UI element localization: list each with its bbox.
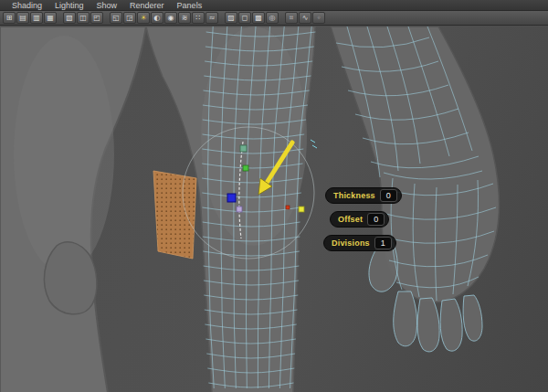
menu-shading[interactable]: Shading xyxy=(5,0,48,11)
toolbar-group-safe: ▧ ◫ ◰ xyxy=(63,12,104,24)
fog-icon[interactable]: ≈ xyxy=(206,12,218,24)
menu-show[interactable]: Show xyxy=(90,0,124,11)
manipulator-handle-lavender[interactable] xyxy=(237,207,242,212)
menu-panels[interactable]: Panels xyxy=(171,0,209,11)
finger-mesh xyxy=(440,299,462,351)
ambient-occlusion-icon[interactable]: ◉ xyxy=(164,12,177,24)
xray-icon[interactable]: ▨ xyxy=(225,12,237,24)
panel-toolbar: ⊞ ▤ ▥ ▦ ▧ ◫ ◰ ◱ ◲ ☀ ◐ ◉ ≋ ∷ ≈ ▨ ◻ ▩ ◎ ⌗ xyxy=(0,11,548,26)
isolate-select-icon[interactable]: ◎ xyxy=(266,12,279,24)
hud-divisions-field[interactable]: Divisions 1 xyxy=(323,235,396,251)
selected-faces-patch[interactable] xyxy=(153,171,196,259)
hud-thickness-field[interactable]: Thickness 0 xyxy=(325,187,402,204)
hud-thickness-value[interactable]: 0 xyxy=(380,189,397,202)
manipulator-tick-marks xyxy=(311,140,317,148)
manipulator-handle-blue[interactable] xyxy=(227,194,236,202)
hud-offset-label: Offset xyxy=(338,215,363,224)
finger-mesh xyxy=(394,291,417,346)
frame-selection-icon[interactable]: ◲ xyxy=(123,12,136,24)
frame-all-icon[interactable]: ◱ xyxy=(110,12,122,24)
safe-action-icon[interactable]: ◫ xyxy=(77,12,90,24)
finger-mesh xyxy=(463,295,482,341)
manipulator-handle-red[interactable] xyxy=(286,206,290,209)
resolution-gate-icon[interactable]: ▥ xyxy=(30,12,43,24)
toolbar-group-render: ◱ ◲ ☀ ◐ ◉ ≋ ∷ ≈ xyxy=(110,12,219,24)
hud-thickness-label: Thickness xyxy=(333,191,375,200)
hud-divisions-value[interactable]: 1 xyxy=(374,237,392,249)
gate-mask-icon[interactable]: ▦ xyxy=(44,12,57,24)
manipulator-handle-yellow[interactable] xyxy=(299,207,304,212)
hud-offset-field[interactable]: Offset 0 xyxy=(330,211,389,228)
shadows-icon[interactable]: ◐ xyxy=(151,12,163,24)
field-chart-icon[interactable]: ▧ xyxy=(63,12,76,24)
snap-point-icon[interactable]: ◦ xyxy=(312,12,325,24)
hud-offset-value[interactable]: 0 xyxy=(367,213,385,226)
toolbar-group-display: ▨ ◻ ▩ ◎ xyxy=(225,12,279,24)
film-gate-icon[interactable]: ▤ xyxy=(16,12,29,24)
textured-icon[interactable]: ▩ xyxy=(252,12,265,24)
menu-renderer[interactable]: Renderer xyxy=(123,0,171,11)
safe-title-icon[interactable]: ◰ xyxy=(90,12,103,24)
snap-curve-icon[interactable]: ∿ xyxy=(299,12,311,24)
snap-grid-icon[interactable]: ⌗ xyxy=(285,12,298,24)
wireframe-on-shaded-icon[interactable]: ◻ xyxy=(238,12,251,24)
multisample-icon[interactable]: ∷ xyxy=(192,12,205,24)
motion-blur-icon[interactable]: ≋ xyxy=(178,12,191,24)
lighting-icon[interactable]: ☀ xyxy=(137,12,150,24)
manipulator-handle-green[interactable] xyxy=(243,165,248,171)
toolbar-group-gates: ⊞ ▤ ▥ ▦ xyxy=(3,12,58,24)
menu-lighting[interactable]: Lighting xyxy=(48,0,90,11)
panel-menu-bar: Shading Lighting Show Renderer Panels xyxy=(0,0,548,11)
manipulator-handle-teal[interactable] xyxy=(240,145,247,152)
left-limb-mesh[interactable] xyxy=(0,26,146,392)
viewport[interactable]: Thickness 0 Offset 0 Divisions 1 xyxy=(0,26,548,392)
hud-divisions-label: Divisions xyxy=(332,238,370,248)
grid-icon[interactable]: ⊞ xyxy=(3,12,16,24)
scene-canvas[interactable] xyxy=(0,26,548,392)
finger-mesh xyxy=(417,298,439,352)
toolbar-group-snap: ⌗ ∿ ◦ xyxy=(285,12,326,24)
maya-viewport-panel: Shading Lighting Show Renderer Panels ⊞ … xyxy=(0,0,548,392)
